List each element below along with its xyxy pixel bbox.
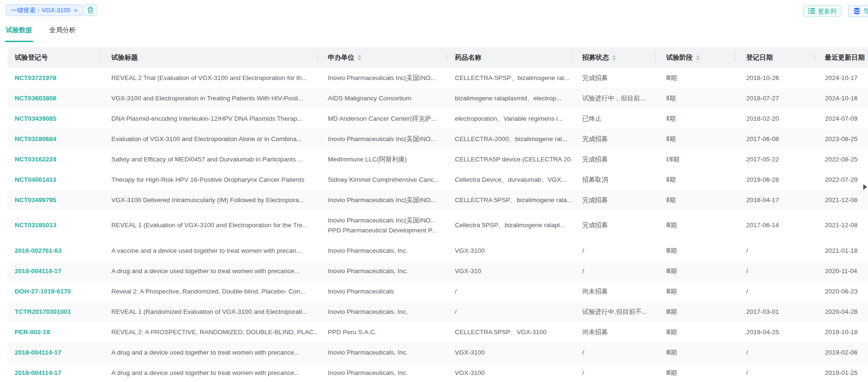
trial-phase: Ⅲ期 [655, 287, 735, 296]
last-update-date: 2020-06-23 [815, 287, 868, 296]
trial-id-link[interactable]: 2018-004114-17 [15, 369, 61, 376]
trial-id-link[interactable]: NCT03439085 [15, 115, 56, 122]
recruit-status: / [571, 267, 655, 276]
trials-table: 试验登记号 试验标题 申办单位 药品名称 招募状态 试验阶段 登记日期 最近更新… [8, 47, 868, 382]
tab-trial-data[interactable]: 试验数据 [5, 25, 33, 41]
trial-phase: Ⅲ期 [655, 348, 735, 357]
trial-id-link[interactable]: DOH-27-1019-6170 [15, 288, 71, 295]
register-date: 2017-05-22 [735, 155, 815, 164]
trial-title: Reveal 2: A Prospective, Randomized, Dou… [99, 287, 317, 296]
trial-phase: Ⅰ/Ⅱ期 [655, 155, 735, 164]
recruit-status: 尚未招募 [571, 287, 655, 296]
column-header: 药品名称 [446, 47, 571, 68]
trial-title: A drug and a device used together to tre… [99, 348, 317, 357]
last-update-date: 2019-02-06 [815, 348, 868, 357]
last-update-date: 2019-10-18 [815, 328, 868, 337]
recruit-status: 完成招募 [571, 134, 655, 144]
table-row: 2018-004114-17 A drug and a device used … [8, 342, 868, 363]
trial-id-link[interactable]: PER-002-19 [15, 329, 50, 336]
column-header[interactable]: 招募状态 [571, 47, 655, 68]
recruit-status: 试验进行中,但目前不... [571, 307, 655, 317]
register-date: 2018-04-17 [735, 195, 815, 205]
register-date: / [735, 267, 815, 276]
recruit-status: 完成招募 [571, 73, 655, 83]
trial-id-link[interactable]: 2018-004114-17 [15, 349, 61, 356]
table-row: NCT03603808 VGX-3100 and Electroporation… [8, 88, 868, 108]
table-row: 2018-004114-17 A drug and a device used … [8, 261, 868, 281]
trial-id-link[interactable]: NCT03603808 [15, 95, 56, 102]
trial-id-link[interactable]: NCT03499795 [15, 196, 56, 204]
column-header: 试验登记号 [8, 47, 99, 68]
register-date: 2017-06-14 [735, 221, 815, 230]
column-header[interactable]: 申办单位 [317, 47, 446, 68]
column-header: 最近更新日期 [815, 47, 868, 68]
trial-id-link[interactable]: NCT03162224 [15, 156, 56, 163]
trial-phase: Ⅱ期 [655, 195, 735, 205]
drug-name: VGX-3100 [446, 368, 571, 378]
column-header[interactable]: 试验阶段 [655, 47, 735, 68]
recruit-status: 已终止 [571, 114, 655, 124]
column-header-label: 试验阶段 [666, 53, 693, 62]
table-row: NCT03185013 REVEAL 1 (Evaluation of VGX-… [8, 210, 868, 240]
column-list-icon [808, 8, 815, 14]
close-icon[interactable]: × [74, 7, 78, 14]
recruit-status: / [571, 246, 655, 256]
trial-id-link[interactable]: NCT04001413 [15, 176, 56, 183]
recruit-status: 完成招募 [571, 221, 655, 230]
last-update-date: 2022-07-29 [815, 175, 868, 185]
drug-name: CELLECTRA 5PSP、VGX-3100 [446, 328, 571, 337]
drug-name: VGX-3100 [446, 246, 571, 256]
sponsor-name: MedImmune LLC(阿斯利康) [317, 154, 446, 164]
scroll-right-indicator-icon[interactable] [863, 184, 867, 190]
drug-name: CELLECTRA-5PSP、bizalimogene ral... [446, 73, 571, 83]
sponsor-name: PPD Peru S.A.C. [317, 327, 446, 337]
drug-name: / [446, 287, 571, 296]
quick-search-tag[interactable]: 一键搜索：VGX-3100 × [6, 4, 83, 16]
table-row: DOH-27-1019-6170 Reveal 2: A Prospective… [8, 281, 868, 302]
column-header: 试验标题 [99, 47, 317, 68]
sort-icon[interactable] [358, 55, 362, 61]
trial-title: A drug and a device used together to tre… [99, 267, 317, 276]
trial-title: VGX-3100 and Electroporation in Treating… [99, 94, 317, 103]
trial-id-link[interactable]: NCT03185013 [15, 222, 56, 229]
column-header-label: 试验登记号 [15, 53, 48, 62]
register-date: 2019-04-25 [735, 328, 815, 337]
clear-search-button[interactable] [84, 4, 97, 16]
recruit-status: 完成招募 [571, 195, 655, 205]
table-row: NCT04001413 Therapy for High-Risk HPV 16… [8, 169, 868, 190]
more-columns-label: 更多列 [818, 7, 836, 16]
trial-phase: Ⅲ期 [655, 368, 735, 378]
recruit-status: 完成招募 [571, 155, 655, 164]
drug-name: Cellectra 5PSP、bizalimogene ralapl... [446, 221, 571, 230]
sort-icon[interactable] [696, 55, 700, 61]
export-button[interactable]: 导出 [848, 5, 868, 17]
sort-icon[interactable] [612, 55, 616, 61]
last-update-date: 2020-04-28 [815, 307, 868, 317]
last-update-date: 2024-10-17 [815, 73, 868, 83]
sponsor-name: Inovio Pharmaceuticals Inc(美国INO... [317, 134, 446, 144]
trial-id-link[interactable]: NCT03721978 [15, 74, 56, 81]
table-row: 2016-002761-63 A vaccine and a device us… [8, 240, 868, 261]
register-date: 2018-10-26 [735, 73, 815, 83]
trial-id-link[interactable]: NCT03180684 [15, 135, 56, 142]
more-columns-button[interactable]: 更多列 [803, 5, 841, 17]
table-row: PER-002-19 REVEAL 2: A PROSPECTIVE, RAND… [8, 322, 868, 342]
trial-id-link[interactable]: 2018-004114-17 [15, 267, 61, 275]
register-date: 2017-03-01 [735, 307, 815, 317]
column-header-label: 登记日期 [746, 53, 773, 62]
last-update-date: 2024-10-16 [815, 94, 868, 103]
trial-id-link[interactable]: TCTR20170301001 [15, 308, 71, 315]
drug-name: / [446, 307, 571, 317]
recruit-status: / [571, 348, 655, 357]
trial-title: REVEAL 1 (Randomized Evaluation of VGX-3… [99, 307, 317, 317]
trial-title: DNA Plasmid-encoding Interleukin-12/HPV … [99, 114, 317, 124]
trial-id-link[interactable]: 2016-002761-63 [15, 247, 62, 254]
register-date: / [735, 246, 815, 256]
table-row: NCT03721978 REVEAL 2 Trial (Evaluation o… [8, 68, 868, 88]
table-body: NCT03721978 REVEAL 2 Trial (Evaluation o… [8, 68, 868, 382]
drug-name: electroporation、Variable regimens i... [446, 114, 571, 124]
trial-phase: Ⅲ期 [655, 73, 735, 83]
last-update-date: 2021-01-18 [815, 246, 868, 256]
column-header-label: 申办单位 [328, 53, 354, 62]
tab-global-analysis[interactable]: 全局分析 [48, 25, 77, 41]
